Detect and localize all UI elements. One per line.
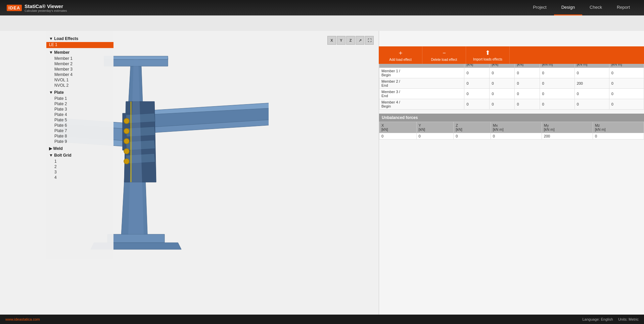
cell-Mx[interactable]: 0 [540, 68, 574, 78]
delete-icon: － [441, 49, 447, 57]
view-frame-button[interactable]: ⛶ [365, 36, 374, 45]
tree-panel: ▼ Load Effects LE 1 ▼ Member Member 1 Me… [46, 31, 113, 259]
le1-item[interactable]: LE 1 [46, 42, 113, 48]
app-title: StatiCa® Viewer [25, 3, 67, 9]
tree-plate-6[interactable]: Plate 6 [49, 123, 111, 128]
view-x-button[interactable]: X [327, 36, 336, 45]
footer-url: www.ideastatica.com [5, 317, 40, 321]
tree-nvol-2[interactable]: NVOL 2 [49, 83, 111, 88]
view-y-button[interactable]: Y [337, 36, 346, 45]
tree-plate-9[interactable]: Plate 9 [49, 139, 111, 144]
cell-N[interactable]: 0 [464, 78, 490, 89]
cell-Mx[interactable]: 0 [540, 89, 574, 99]
cell-Vy[interactable]: 0 [490, 78, 515, 89]
cell-member[interactable]: Member 3 /End [379, 89, 464, 99]
tree-plate-3[interactable]: Plate 3 [49, 107, 111, 112]
svg-point-16 [124, 118, 129, 124]
tree-plate-4[interactable]: Plate 4 [49, 112, 111, 117]
nav-tabs: Project Design Check Report [525, 0, 637, 15]
load-effects-header[interactable]: ▼ Load Effects [49, 36, 111, 41]
member-header[interactable]: ▼ Member [49, 50, 111, 55]
delete-label: Delete load effect [431, 58, 457, 62]
cell-Vz[interactable]: 0 [515, 89, 540, 99]
unbalanced-row: 0 0 0 0 200 0 [379, 133, 644, 139]
cell-member[interactable]: Member 1 /Begin [379, 68, 464, 78]
ub-col-Mx: Mx[kN m] [491, 122, 542, 133]
cell-Mx[interactable]: 0 [540, 78, 574, 89]
cell-Vz[interactable]: 0 [515, 99, 540, 110]
footer-info: Language: English Units: Metric [582, 317, 639, 321]
tree-plate-7[interactable]: Plate 7 [49, 128, 111, 133]
cell-Vz[interactable]: 0 [515, 68, 540, 78]
cell-My[interactable]: 0 [574, 89, 609, 99]
cell-member[interactable]: Member 4 /Begin [379, 99, 464, 110]
footer-units: Units: Metric [618, 317, 639, 321]
load-effects-table: Member N[kN] Vy[kN] Vz[kN] Mx[kN m] My[k… [379, 56, 644, 110]
tree-member-3[interactable]: Member 3 [49, 67, 111, 72]
ub-Mz[interactable]: 0 [593, 133, 644, 139]
table-row: Member 1 /Begin 0 0 0 0 0 0 [379, 68, 644, 78]
cell-Mx[interactable]: 0 [540, 99, 574, 110]
tree-plate-2[interactable]: Plate 2 [49, 101, 111, 107]
tree-plate-5[interactable]: Plate 5 [49, 117, 111, 123]
ub-My[interactable]: 200 [542, 133, 593, 139]
table-row: Member 4 /Begin 0 0 0 0 0 0 [379, 99, 644, 110]
tree-bolt-1[interactable]: 1 [49, 159, 111, 164]
cell-N[interactable]: 0 [464, 89, 490, 99]
tree-member-4[interactable]: Member 4 [49, 72, 111, 77]
cell-Mz[interactable]: 0 [609, 89, 644, 99]
view-z-button[interactable]: Z [346, 36, 355, 45]
action-bar: ＋ Add load effect － Delete load effect ⬆… [379, 46, 644, 64]
tree-nvol-1[interactable]: NVOL 1 [49, 77, 111, 83]
cell-Vz[interactable]: 0 [515, 78, 540, 89]
cell-Vy[interactable]: 0 [490, 99, 515, 110]
ub-Mx[interactable]: 0 [491, 133, 542, 139]
tree-bolt-3[interactable]: 3 [49, 169, 111, 175]
svg-point-20 [124, 159, 129, 164]
delete-load-effect-button[interactable]: － Delete load effect [422, 46, 466, 64]
import-icon: ⬆ [485, 49, 490, 56]
tree-member-2[interactable]: Member 2 [49, 61, 111, 67]
ub-col-My: My[kN m] [542, 122, 593, 133]
weld-header[interactable]: ▶ Weld [49, 146, 111, 151]
tab-check[interactable]: Check [582, 0, 609, 15]
cell-Vy[interactable]: 0 [490, 89, 515, 99]
add-load-effect-button[interactable]: ＋ Add load effect [379, 46, 422, 64]
footer-language: Language: English [582, 317, 613, 321]
svg-marker-2 [107, 234, 165, 243]
cell-Vy[interactable]: 0 [490, 68, 515, 78]
import-loads-button[interactable]: ⬆ Import loads effects [466, 46, 510, 64]
cell-N[interactable]: 0 [464, 68, 490, 78]
logo-area: IDEA StatiCa® Viewer Calculate yesterday… [7, 3, 67, 12]
ub-X[interactable]: 0 [379, 133, 417, 139]
cell-My[interactable]: 200 [574, 78, 609, 89]
ub-Y[interactable]: 0 [416, 133, 454, 139]
tree-member-1[interactable]: Member 1 [49, 56, 111, 61]
tab-project[interactable]: Project [525, 0, 554, 15]
cell-Mz[interactable]: 0 [609, 99, 644, 110]
logo-icon: IDEA [7, 5, 22, 11]
tab-report[interactable]: Report [609, 0, 637, 15]
tree-plate-1[interactable]: Plate 1 [49, 96, 111, 101]
cell-Mz[interactable]: 0 [609, 68, 644, 78]
cell-My[interactable]: 0 [574, 99, 609, 110]
ub-col-Y: Y[kN] [416, 122, 454, 133]
footer: www.ideastatica.com Language: English Un… [0, 315, 644, 324]
ub-Z[interactable]: 0 [454, 133, 491, 139]
tab-design[interactable]: Design [554, 0, 582, 15]
svg-marker-21 [104, 56, 168, 59]
cell-My[interactable]: 0 [574, 68, 609, 78]
topbar: IDEA StatiCa® Viewer Calculate yesterday… [0, 0, 644, 15]
plate-header[interactable]: ▼ Plate [49, 90, 111, 95]
bolt-grid-header[interactable]: ▼ Bolt Grid [49, 153, 111, 158]
3d-viewer[interactable]: X Y Z ↗ ⛶ [0, 31, 379, 324]
cell-member[interactable]: Member 2 /End [379, 78, 464, 89]
tree-bolt-2[interactable]: 2 [49, 164, 111, 169]
right-panel: ＋ Add load effect － Delete load effect ⬆… [379, 31, 644, 324]
add-label: Add load effect [389, 58, 412, 62]
tree-plate-8[interactable]: Plate 8 [49, 133, 111, 139]
view-fit-button[interactable]: ↗ [356, 36, 364, 45]
cell-Mz[interactable]: 0 [609, 78, 644, 89]
tree-bolt-4[interactable]: 4 [49, 175, 111, 180]
cell-N[interactable]: 0 [464, 99, 490, 110]
